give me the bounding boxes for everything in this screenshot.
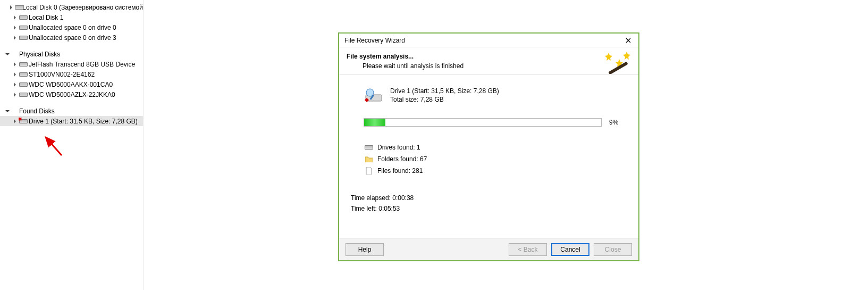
wizard-header: File system analysis... Please wait unti… (339, 47, 638, 74)
progress-percent-text: 9% (609, 119, 618, 126)
disk-icon (19, 62, 27, 67)
drive-scan-icon (364, 87, 385, 103)
progress-fill (364, 119, 385, 126)
disk-icon (19, 92, 27, 97)
tree-item-label: JetFlash Transcend 8GB USB Device (29, 61, 135, 68)
tree-item-label: Local Disk 1 (29, 14, 63, 21)
tree-item-unalloc-0-0[interactable]: Unallocated space 0 on drive 0 (0, 22, 143, 32)
wizard-title: File Recovery Wizard (344, 37, 621, 44)
stat-label: Drives found: 1 (377, 144, 420, 151)
disk-icon (365, 144, 373, 151)
chevron-right-icon (12, 118, 18, 125)
tree-group-label: Physical Disks (19, 51, 60, 58)
progress-bar (364, 118, 602, 127)
disk-broken-icon (19, 119, 27, 124)
wizard-body: Drive 1 (Start: 31,5 KB, Size: 7,28 GB) … (339, 74, 638, 247)
chevron-right-icon (12, 81, 18, 88)
chevron-right-icon (12, 92, 18, 98)
progress-row: 9% (364, 118, 629, 127)
drive-name-text: Drive 1 (Start: 31,5 KB, Size: 7,28 GB) (390, 87, 499, 95)
disk-icon (19, 15, 27, 20)
time-block: Time elapsed: 0:00:38 Time left: 0:05:53 (351, 193, 629, 214)
time-elapsed-text: Time elapsed: 0:00:38 (351, 193, 629, 203)
chevron-right-icon (9, 4, 14, 11)
drive-info-row: Drive 1 (Start: 31,5 KB, Size: 7,28 GB) … (364, 87, 629, 103)
stat-label: Folders found: 67 (377, 155, 427, 163)
stat-files-found: Files found: 281 (365, 165, 629, 177)
wizard-subtitle: Please wait until analysis is finished (363, 62, 631, 70)
disk-icon (15, 5, 21, 10)
folder-icon (365, 155, 373, 163)
tree-item-wdc-azlx[interactable]: WDC WD5000AZLX-22JKKA0 (0, 89, 143, 100)
tree-item-label: Unallocated space 0 on drive 0 (29, 24, 116, 31)
tree-item-label: Unallocated space 0 on drive 3 (29, 34, 116, 42)
tree-panel: Local Disk 0 (Зарезервировано системой L… (0, 0, 144, 290)
help-button[interactable]: Help (345, 243, 384, 256)
tree-item-unalloc-0-3[interactable]: Unallocated space 0 on drive 3 (0, 32, 143, 43)
disk-icon (19, 82, 27, 87)
wizard-wand-icon (603, 51, 633, 75)
wizard-heading: File system analysis... (347, 53, 631, 60)
svg-line-0 (46, 137, 62, 155)
tree-item-st1000[interactable]: ST1000VN002-2E4162 (0, 69, 143, 79)
chevron-right-icon (12, 35, 18, 41)
wizard-footer: Help < Back Cancel Close (339, 238, 638, 260)
tree-group-physical-disks[interactable]: Physical Disks (0, 49, 143, 59)
chevron-right-icon (12, 24, 18, 31)
close-icon (626, 38, 631, 43)
stats-block: Drives found: 1 Folders found: 67 Files … (365, 142, 629, 177)
chevron-down-icon (4, 108, 11, 114)
tree-item-label: Local Disk 0 (Зарезервировано системой (22, 4, 143, 11)
disk-icon (19, 35, 27, 40)
chevron-down-icon (4, 51, 11, 57)
file-recovery-wizard-dialog: File Recovery Wizard File system analysi… (338, 32, 639, 261)
tree-item-label: Drive 1 (Start: 31,5 KB, Size: 7,28 GB) (29, 118, 138, 125)
tree-item-label: ST1000VN002-2E4162 (29, 71, 95, 78)
stat-drives-found: Drives found: 1 (365, 142, 629, 153)
chevron-right-icon (12, 61, 18, 68)
tree-group-label: Found Disks (19, 107, 55, 115)
cancel-button[interactable]: Cancel (551, 243, 589, 256)
wizard-titlebar[interactable]: File Recovery Wizard (339, 34, 638, 47)
tree-item-found-drive-1[interactable]: Drive 1 (Start: 31,5 KB, Size: 7,28 GB) (0, 116, 143, 126)
back-button: < Back (509, 243, 547, 256)
annotation-arrow-icon (40, 134, 67, 161)
chevron-right-icon (12, 71, 18, 78)
tree-item-label: WDC WD5000AZLX-22JKKA0 (29, 91, 115, 98)
drive-total-size-text: Total size: 7,28 GB (390, 96, 499, 103)
disk-icon (19, 72, 27, 77)
tree-group-found-disks[interactable]: Found Disks (0, 106, 143, 116)
time-left-text: Time left: 0:05:53 (351, 203, 629, 214)
file-icon (365, 167, 373, 175)
tree-item-jetflash[interactable]: JetFlash Transcend 8GB USB Device (0, 59, 143, 69)
stat-label: Files found: 281 (377, 167, 423, 175)
chevron-right-icon (12, 14, 18, 21)
tree-item-wdc-aakx[interactable]: WDC WD5000AAKX-001CA0 (0, 79, 143, 89)
close-button[interactable] (621, 35, 635, 46)
close-button-footer: Close (594, 243, 632, 256)
disk-icon (19, 25, 27, 30)
tree-item-local-disk-0[interactable]: Local Disk 0 (Зарезервировано системой (0, 2, 143, 12)
tree-item-local-disk-1[interactable]: Local Disk 1 (0, 12, 143, 22)
stat-folders-found: Folders found: 67 (365, 153, 629, 165)
tree-item-label: WDC WD5000AAKX-001CA0 (29, 81, 113, 88)
